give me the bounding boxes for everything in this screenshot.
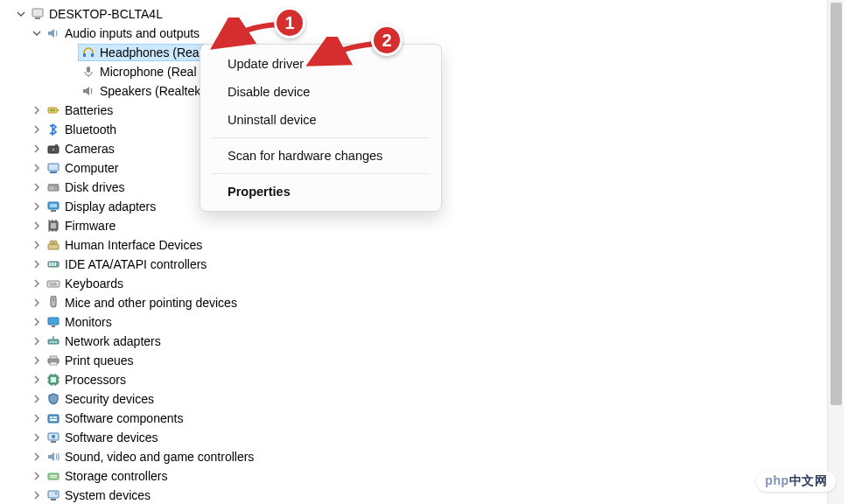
tree-label: Audio inputs and outputs (65, 26, 203, 40)
expander-closed-icon[interactable] (32, 452, 42, 462)
monitor-icon (46, 314, 61, 330)
vertical-scrollbar[interactable] (827, 0, 844, 504)
tree-node-category[interactable]: Firmware (0, 216, 827, 235)
headphones-icon (81, 45, 96, 60)
svg-rect-50 (48, 473, 59, 480)
expander-closed-icon[interactable] (32, 432, 42, 443)
menu-item-uninstall-device[interactable]: Uninstall device (203, 106, 438, 134)
expander-closed-icon[interactable] (32, 182, 42, 192)
tree-node-category[interactable]: Network adapters (0, 332, 827, 351)
expander-closed-icon[interactable] (32, 220, 42, 231)
expander-closed-icon[interactable] (32, 144, 42, 154)
svg-rect-16 (51, 210, 56, 212)
expander-closed-icon[interactable] (32, 105, 42, 116)
tree-label: Computer (65, 161, 122, 175)
tree-node-category[interactable]: System devices (0, 486, 827, 504)
tree-node-root[interactable]: DESKTOP-BCLTA4L (0, 4, 827, 24)
hid-icon (46, 237, 61, 253)
tree-label: Monitors (65, 315, 116, 329)
tree-node-category[interactable]: Processors (0, 370, 827, 389)
tree-node-category[interactable]: Software components (0, 409, 827, 428)
svg-point-8 (52, 148, 56, 152)
tree-label: DESKTOP-BCLTA4L (49, 7, 166, 21)
tree-node-category[interactable]: Monitors (0, 312, 827, 332)
expander-closed-icon[interactable] (32, 317, 42, 327)
expander-closed-icon[interactable] (32, 259, 42, 270)
svg-rect-3 (91, 53, 94, 57)
expander-closed-icon[interactable] (32, 490, 42, 500)
expander-closed-icon[interactable] (32, 374, 42, 385)
tree-label: Storage controllers (65, 469, 172, 483)
expander-closed-icon[interactable] (32, 240, 42, 250)
menu-item-disable-device[interactable]: Disable device (203, 78, 438, 106)
badge-label: 1 (284, 13, 294, 33)
svg-rect-2 (83, 53, 86, 57)
svg-point-35 (50, 341, 52, 343)
tree-label: Mice and other pointing devices (65, 296, 241, 310)
disk-icon (46, 179, 61, 195)
tree-label: Software devices (65, 430, 162, 444)
tree-node-category[interactable]: Security devices (0, 389, 827, 409)
tree-node-category[interactable]: Keyboards (0, 274, 827, 293)
scrollbar-thumb[interactable] (830, 3, 842, 405)
expander-closed-icon[interactable] (32, 394, 42, 404)
tree-node-audio-category[interactable]: Audio inputs and outputs (0, 24, 827, 43)
camera-icon (46, 141, 61, 157)
tree-node-category[interactable]: Print queues (0, 351, 827, 370)
expander-closed-icon[interactable] (32, 471, 42, 481)
menu-item-properties[interactable]: Properties (203, 178, 438, 206)
expander-closed-icon[interactable] (32, 124, 42, 135)
expander-closed-icon[interactable] (32, 201, 42, 212)
menu-label: Update driver (228, 57, 304, 71)
bluetooth-icon (46, 122, 61, 137)
tree-node-category[interactable]: Mice and other pointing devices (0, 293, 827, 312)
svg-rect-10 (48, 164, 59, 171)
svg-point-55 (55, 493, 57, 494)
svg-rect-1 (35, 18, 40, 19)
tree-label: Print queues (65, 354, 137, 368)
printer-icon (46, 353, 61, 368)
tree-label: IDE ATA/ATAPI controllers (65, 257, 210, 271)
tree-node-category[interactable]: Software devices (0, 428, 827, 447)
menu-label: Scan for hardware changes (228, 149, 382, 163)
svg-rect-27 (47, 281, 60, 287)
tree-label: Sound, video and game controllers (65, 450, 257, 464)
display-adapter-icon (46, 199, 61, 214)
tree-label: Cameras (65, 142, 118, 156)
expander-closed-icon[interactable] (32, 163, 42, 173)
tree-label: Batteries (65, 103, 116, 117)
svg-rect-32 (48, 318, 59, 325)
expander-closed-icon[interactable] (32, 298, 42, 308)
watermark-p2: 中文网 (789, 473, 828, 487)
tree-node-category[interactable]: Sound, video and game controllers (0, 447, 827, 466)
software-component-icon (46, 410, 61, 426)
sound-icon (46, 449, 61, 465)
svg-point-37 (55, 341, 57, 343)
svg-rect-39 (50, 356, 57, 359)
battery-icon (46, 102, 61, 118)
menu-separator (212, 173, 430, 174)
expander-open-icon[interactable] (32, 28, 42, 38)
expander-closed-icon[interactable] (32, 278, 42, 289)
firmware-icon (46, 218, 61, 234)
expander-closed-icon[interactable] (32, 336, 42, 346)
tree-node-category[interactable]: IDE ATA/ATAPI controllers (0, 255, 827, 274)
menu-item-scan-hardware[interactable]: Scan for hardware changes (203, 142, 438, 170)
svg-rect-17 (50, 204, 57, 207)
tree-label: Disk drives (65, 180, 128, 194)
svg-rect-4 (87, 66, 90, 73)
svg-rect-24 (49, 262, 51, 266)
menu-separator (212, 137, 430, 138)
svg-rect-43 (48, 415, 59, 423)
expander-closed-icon[interactable] (32, 413, 42, 424)
expander-open-icon[interactable] (16, 9, 26, 19)
tree-node-category[interactable]: Human Interface Devices (0, 235, 827, 255)
tree-label: Bluetooth (65, 122, 120, 136)
svg-point-48 (52, 435, 55, 438)
tree-label: Human Interface Devices (65, 238, 206, 252)
tree-label: Network adapters (65, 334, 165, 348)
tree-node-category[interactable]: Storage controllers (0, 466, 827, 486)
expander-closed-icon[interactable] (32, 355, 42, 366)
annotation-badge-2: 2 (371, 24, 403, 56)
menu-label: Disable device (228, 85, 310, 99)
